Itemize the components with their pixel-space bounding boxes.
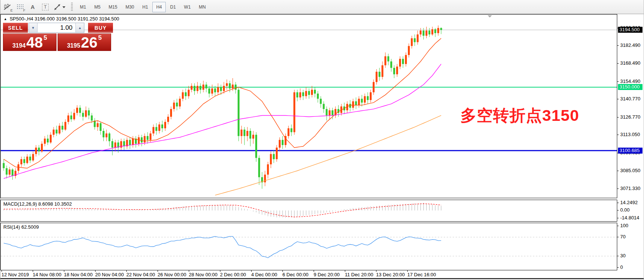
- trade-panel-prices: 3194485 3195265: [3, 33, 113, 51]
- time-tick: [282, 270, 283, 272]
- price-chart-pane[interactable]: ▲ SP500-,H4 3196.000 3196.500 3191.250 3…: [0, 14, 617, 198]
- price-axis[interactable]: 3196.2103182.4903168.4903154.4903140.770…: [617, 14, 644, 270]
- buy-price[interactable]: 3195265: [58, 33, 111, 51]
- time-label: 4 Dec 00:00: [251, 272, 277, 277]
- time-tick: [64, 270, 64, 272]
- text-label-icon[interactable]: A: [27, 2, 38, 12]
- buy-price-big: 26: [81, 35, 98, 49]
- macd-tick-label: -14.8014: [620, 215, 639, 221]
- price-tick-mark: [617, 81, 619, 82]
- price-tick-mark: [617, 171, 619, 171]
- timeframe-button-d1[interactable]: D1: [166, 2, 179, 12]
- price-badge: 3194.500: [618, 27, 643, 33]
- price-tick-mark: [617, 99, 619, 99]
- price-tick-mark: [617, 135, 619, 135]
- rsi-tick-mark: [617, 267, 619, 268]
- volume-increment-button[interactable]: ▲: [75, 23, 84, 32]
- sell-button[interactable]: SELL: [3, 23, 28, 33]
- sell-price[interactable]: 3194485: [3, 33, 56, 51]
- volume-decrement-button[interactable]: ▼: [29, 23, 38, 32]
- time-tick: [376, 270, 376, 272]
- time-axis[interactable]: 12 Nov 201914 Nov 08:0018 Nov 04:0020 No…: [0, 270, 644, 278]
- macd-tick-mark: [617, 218, 619, 218]
- rsi-label: RSI(14) 62.5009: [3, 224, 39, 230]
- price-tick-label: 3182.490: [620, 42, 640, 48]
- timeframe-button-w1[interactable]: W1: [180, 2, 194, 12]
- sell-price-sup: 5: [43, 35, 47, 41]
- rsi-pane[interactable]: RSI(14) 62.5009: [0, 223, 617, 270]
- ma-mid-line: [4, 64, 441, 178]
- trading-terminal: E F A T M1M5M: [0, 0, 644, 280]
- letter-t-glyph: T: [42, 4, 48, 10]
- annotation-text[interactable]: 多空转折点3150: [460, 105, 579, 126]
- time-tick: [189, 270, 189, 272]
- buy-price-sup: 5: [98, 35, 101, 41]
- time-label: 28 Nov 00:00: [189, 272, 217, 277]
- price-tick-label: 3126.770: [620, 114, 640, 120]
- time-label: 17 Dec 16:00: [407, 272, 436, 277]
- timeframe-button-m30[interactable]: M30: [122, 2, 138, 12]
- trade-panel-controls: SELL ▼ ▲ BUY: [3, 23, 113, 33]
- rsi-tick-label: 0: [620, 264, 623, 270]
- time-label: 11 Dec 20:00: [345, 272, 373, 277]
- time-tick: [220, 270, 220, 272]
- toolbar-separator: [71, 3, 73, 12]
- macd-label: MACD(12,26,9) 8.6098 10.3502: [3, 201, 72, 207]
- macd-canvas: [1, 200, 617, 221]
- volume-input[interactable]: [38, 23, 75, 32]
- time-label: 20 Nov 04:00: [95, 272, 124, 277]
- macd-tick-label: 14.2492: [620, 200, 638, 205]
- price-tick-label: 3113.050: [620, 132, 640, 137]
- chart-ohlc-text: SP500-,H4 3196.000 3196.500 3191.250 319…: [10, 16, 119, 22]
- time-label: 9 Dec 20:00: [314, 272, 340, 277]
- text-box-icon[interactable]: T: [40, 2, 51, 12]
- grid-glyph: [16, 4, 24, 10]
- rsi-tick-mark: [617, 237, 619, 237]
- price-tick-mark: [617, 45, 619, 46]
- time-label: 14 Nov 08:00: [33, 272, 61, 277]
- time-label: 13 Dec 20:00: [376, 272, 405, 277]
- price-tick-label: 3071.330: [620, 186, 640, 191]
- time-tick: [158, 270, 158, 272]
- one-click-panel-toggle[interactable]: ▲: [4, 17, 7, 21]
- drawing-tools-icon[interactable]: [52, 2, 67, 12]
- price-tick-label: 3168.490: [620, 60, 640, 66]
- icon-sub-e: E: [10, 9, 13, 12]
- time-tick: [314, 270, 314, 272]
- one-click-trade-panel: SELL ▼ ▲ BUY 3194485 3195265: [3, 23, 113, 51]
- timeframe-button-m5[interactable]: M5: [91, 2, 104, 12]
- grid-icon[interactable]: F: [14, 2, 26, 12]
- chart-expert-icon[interactable]: E: [2, 2, 13, 12]
- rsi-tick-label: 70: [620, 234, 625, 239]
- shift-marker-icon: [488, 15, 492, 17]
- rsi-tick-label: 30: [620, 253, 625, 258]
- price-badge: 3100.685: [618, 148, 643, 154]
- letter-a-glyph: A: [31, 4, 35, 10]
- macd-tick-label: 0.00: [620, 207, 630, 213]
- timeframe-button-mn[interactable]: MN: [195, 2, 210, 12]
- macd-pane[interactable]: MACD(12,26,9) 8.6098 10.3502: [0, 200, 617, 222]
- icon-sub-f: F: [23, 9, 26, 12]
- time-label: 2 Dec 00:00: [220, 272, 246, 277]
- timeframe-button-h4[interactable]: H4: [152, 2, 165, 12]
- time-label: 22 Nov 04:00: [126, 272, 155, 277]
- diagonal-arrows-glyph: [54, 4, 66, 10]
- timeframe-button-h1[interactable]: H1: [139, 2, 152, 12]
- time-label: 18 Nov 04:00: [64, 272, 93, 277]
- rsi-canvas: [1, 223, 617, 270]
- time-label: 12 Nov 2019: [1, 272, 29, 277]
- time-tick: [33, 270, 33, 272]
- volume-control: ▼ ▲: [29, 23, 84, 33]
- macd-tick-mark: [617, 203, 619, 203]
- time-label: 6 Dec 00:00: [282, 272, 308, 277]
- timeframe-button-m15[interactable]: M15: [105, 2, 121, 12]
- toolbar: E F A T M1M5M: [0, 0, 644, 14]
- rsi-tick-label: 100: [620, 223, 628, 228]
- timeframe-buttons: M1M5M15M30H1H4D1W1MN: [76, 2, 210, 12]
- buy-price-small: 3195: [67, 42, 80, 49]
- buy-button[interactable]: BUY: [88, 23, 113, 33]
- chart-header: ▲ SP500-,H4 3196.000 3196.500 3191.250 3…: [4, 16, 119, 22]
- ma-slow-line: [215, 115, 441, 195]
- timeframe-button-m1[interactable]: M1: [76, 2, 90, 12]
- time-tick: [126, 270, 127, 272]
